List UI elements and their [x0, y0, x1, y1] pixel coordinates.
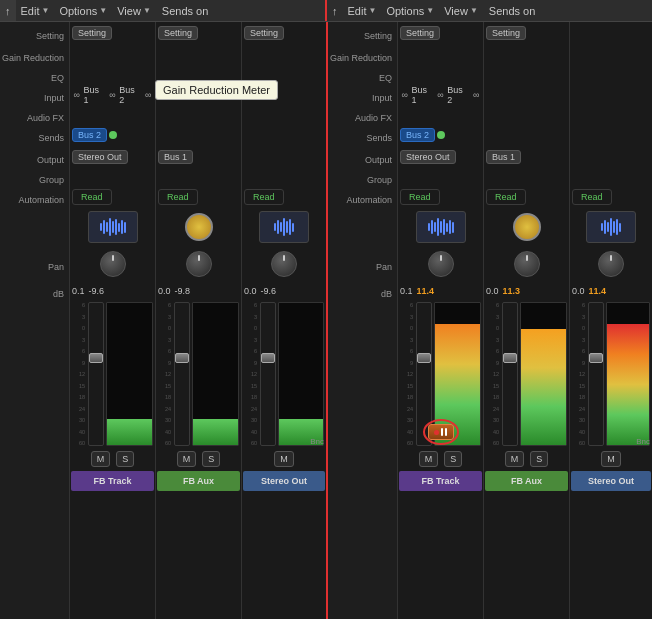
wave-bar	[109, 218, 111, 236]
ch1r-solo-btn[interactable]: S	[444, 451, 462, 467]
ch1l-bus2-label: Bus 2	[119, 85, 141, 105]
ch1r-sends-bus[interactable]: Bus 2	[400, 128, 435, 142]
ch2r-automation-btn[interactable]: Read	[486, 189, 526, 205]
ch3r-pan-knob[interactable]	[598, 251, 624, 277]
back-btn-right[interactable]: ↑	[327, 0, 343, 21]
options-btn-right[interactable]: Options ▼	[381, 0, 439, 21]
ch3l-waves	[274, 218, 294, 236]
ch3l-meter	[278, 302, 324, 446]
ch1r-transport-btn[interactable]	[428, 424, 454, 440]
ch2l-name-label: FB Aux	[157, 471, 240, 491]
back-btn-left[interactable]: ↑	[0, 0, 16, 21]
ch1l-output-btn[interactable]: Stereo Out	[72, 150, 128, 164]
ch1l-fader-handle[interactable]	[89, 353, 103, 363]
ch2l-solo-btn[interactable]: S	[202, 451, 220, 467]
ch1l-sends-bus[interactable]: Bus 2	[72, 128, 107, 142]
edit-btn-right[interactable]: Edit ▼	[343, 0, 382, 21]
label-db-right: dB	[328, 285, 397, 303]
label-input-right: Input	[328, 87, 397, 109]
ch1r-transport-area	[428, 424, 454, 440]
ch1l-gain-row	[70, 44, 155, 66]
ch1l-mute-btn[interactable]: M	[91, 451, 111, 467]
ch1r-output-btn[interactable]: Stereo Out	[400, 150, 456, 164]
ch1l-meter-fill	[107, 419, 152, 445]
ch1l-solo-btn[interactable]: S	[116, 451, 134, 467]
ch2l-pan-knob[interactable]	[186, 251, 212, 277]
ch2l-output-btn[interactable]: Bus 1	[158, 150, 193, 164]
ch3r-output-row	[570, 146, 652, 168]
ch1r-name-label: FB Track	[399, 471, 482, 491]
ch2l-automation-btn[interactable]: Read	[158, 189, 198, 205]
ch2r-output-btn[interactable]: Bus 1	[486, 150, 521, 164]
ch3l-automation-btn[interactable]: Read	[244, 189, 284, 205]
label-input-left: Input	[0, 87, 69, 109]
ch2r-instrument-yellow[interactable]	[513, 213, 541, 241]
ch2r-fader-track[interactable]	[502, 302, 518, 446]
ch1l-pan-row	[70, 246, 155, 282]
ch2r-pan-knob[interactable]	[514, 251, 540, 277]
ch3l-db-right-val: -9.6	[261, 286, 277, 296]
ch1l-instrument-row	[70, 208, 155, 246]
ch2l-instrument-yellow[interactable]	[185, 213, 213, 241]
sends-label-left: Sends on	[156, 5, 214, 17]
view-btn-left[interactable]: View ▼	[112, 0, 156, 21]
label-automation-right: Automation	[328, 189, 397, 211]
ch2l-output-row: Bus 1	[156, 146, 241, 168]
ch3l-fader-track[interactable]	[260, 302, 276, 446]
ch2r-name-row: FB Aux	[484, 470, 569, 492]
ch1l-link3-icon: ∞	[143, 90, 153, 100]
back-icon-right: ↑	[332, 5, 338, 17]
ch3l-instrument-box[interactable]	[259, 211, 309, 243]
ch1r-automation-btn[interactable]: Read	[400, 189, 440, 205]
ch3r-waves	[601, 218, 621, 236]
ch3r-name-row: Stereo Out	[570, 470, 652, 492]
ch3r-fader-handle[interactable]	[589, 353, 603, 363]
ch2l-fader-track[interactable]	[174, 302, 190, 446]
ch3r-input-row	[570, 84, 652, 106]
ch3r-mute-btn[interactable]: M	[601, 451, 621, 467]
ch1l-setting-btn[interactable]: Setting	[72, 26, 112, 40]
ch1r-instrument-box[interactable]	[416, 211, 466, 243]
ch2l-mute-btn[interactable]: M	[177, 451, 197, 467]
ch1r-bus1-label: Bus 1	[412, 85, 434, 105]
ch2r-mute-btn[interactable]: M	[505, 451, 525, 467]
ch3l-setting-btn[interactable]: Setting	[244, 26, 284, 40]
ch1l-fader-track[interactable]	[88, 302, 104, 446]
label-fader-left	[0, 303, 69, 451]
ch2r-solo-btn[interactable]: S	[530, 451, 548, 467]
ch1r-pan-knob[interactable]	[428, 251, 454, 277]
edit-btn-left[interactable]: Edit ▼	[16, 0, 55, 21]
ch2l-fader-handle[interactable]	[175, 353, 189, 363]
ch3l-eq-row	[242, 66, 326, 84]
label-gain-right: Gain Reduction	[328, 47, 397, 69]
label-name-left	[0, 473, 69, 495]
ch2l-setting-btn[interactable]: Setting	[158, 26, 198, 40]
ch3l-mute-btn[interactable]: M	[274, 451, 294, 467]
ch2r-fader-handle[interactable]	[503, 353, 517, 363]
ch2r-setting-btn[interactable]: Setting	[486, 26, 526, 40]
ch3l-fader-handle[interactable]	[261, 353, 275, 363]
ch1l-name-label: FB Track	[71, 471, 154, 491]
channel-strip-right-2: Setting Bus 1 Read	[484, 22, 570, 619]
ch1l-instrument-box[interactable]	[88, 211, 138, 243]
ch3r-automation-btn[interactable]: Read	[572, 189, 612, 205]
ch1l-name-row: FB Track	[70, 470, 155, 492]
ch1l-automation-btn[interactable]: Read	[72, 189, 112, 205]
ch2r-eq-row	[484, 66, 569, 84]
ch3r-fader-track[interactable]	[588, 302, 604, 446]
label-name-right	[328, 473, 397, 495]
options-btn-left[interactable]: Options ▼	[54, 0, 112, 21]
ch1l-automation-row: Read	[70, 186, 155, 208]
ch1r-fader-handle[interactable]	[417, 353, 431, 363]
ch3l-db-left-val: 0.0	[244, 286, 257, 296]
wave-bar	[112, 221, 114, 233]
ch1r-mute-btn[interactable]: M	[419, 451, 439, 467]
ch2r-output-row: Bus 1	[484, 146, 569, 168]
view-btn-right[interactable]: View ▼	[439, 0, 483, 21]
ch1l-pan-knob[interactable]	[100, 251, 126, 277]
ch3l-pan-knob[interactable]	[271, 251, 297, 277]
ch1r-setting-btn[interactable]: Setting	[400, 26, 440, 40]
channel-strip-right-1: Setting ∞ Bus 1 ∞ Bus 2 ∞ Bus 2	[398, 22, 484, 619]
ch2r-db-left-val: 0.0	[486, 286, 499, 296]
ch3r-instrument-box[interactable]	[586, 211, 636, 243]
